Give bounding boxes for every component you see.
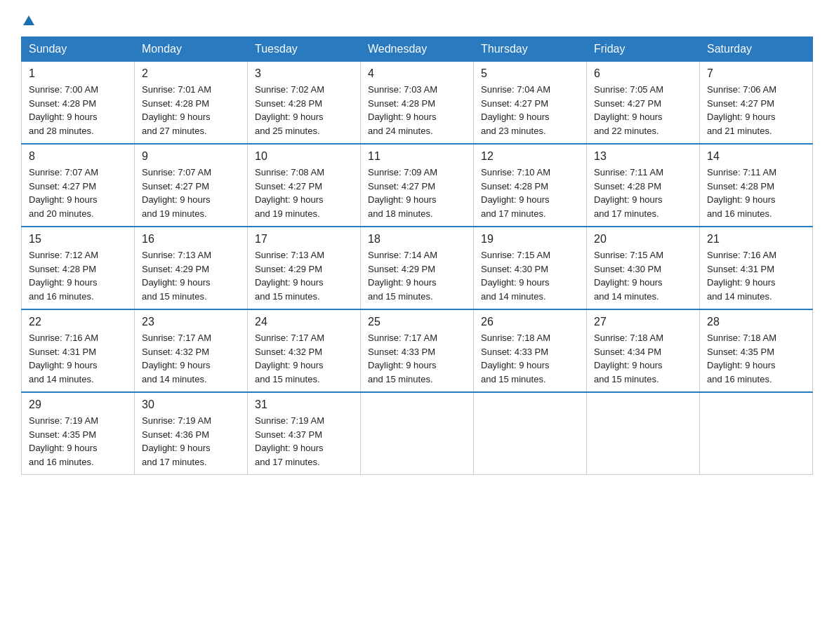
calendar-day-cell: 4Sunrise: 7:03 AMSunset: 4:28 PMDaylight… xyxy=(361,62,474,145)
day-info: Sunrise: 7:06 AMSunset: 4:27 PMDaylight:… xyxy=(707,83,805,137)
day-info: Sunrise: 7:02 AMSunset: 4:28 PMDaylight:… xyxy=(255,83,353,137)
weekday-header: Monday xyxy=(135,37,248,62)
weekday-header: Saturday xyxy=(700,37,813,62)
calendar-day-cell: 28Sunrise: 7:18 AMSunset: 4:35 PMDayligh… xyxy=(700,309,813,392)
calendar-day-cell xyxy=(474,392,587,475)
day-number: 29 xyxy=(29,398,127,411)
day-number: 10 xyxy=(255,150,353,163)
day-number: 20 xyxy=(594,233,692,246)
day-number: 14 xyxy=(707,150,805,163)
calendar-day-cell: 6Sunrise: 7:05 AMSunset: 4:27 PMDaylight… xyxy=(587,62,700,145)
svg-marker-0 xyxy=(23,15,34,25)
day-info: Sunrise: 7:16 AMSunset: 4:31 PMDaylight:… xyxy=(29,331,127,386)
calendar-table: SundayMondayTuesdayWednesdayThursdayFrid… xyxy=(21,36,813,475)
day-info: Sunrise: 7:17 AMSunset: 4:33 PMDaylight:… xyxy=(368,331,466,386)
weekday-header: Friday xyxy=(587,37,700,62)
day-number: 13 xyxy=(594,150,692,163)
day-number: 25 xyxy=(368,316,466,328)
day-info: Sunrise: 7:15 AMSunset: 4:30 PMDaylight:… xyxy=(481,248,579,303)
day-number: 7 xyxy=(707,67,805,80)
calendar-day-cell: 15Sunrise: 7:12 AMSunset: 4:28 PMDayligh… xyxy=(22,227,135,309)
day-number: 6 xyxy=(594,67,692,80)
day-info: Sunrise: 7:07 AMSunset: 4:27 PMDaylight:… xyxy=(29,166,127,220)
logo xyxy=(21,14,35,29)
calendar-day-cell: 2Sunrise: 7:01 AMSunset: 4:28 PMDaylight… xyxy=(135,62,248,145)
calendar-day-cell: 12Sunrise: 7:10 AMSunset: 4:28 PMDayligh… xyxy=(474,144,587,227)
day-number: 4 xyxy=(368,67,466,80)
calendar-day-cell: 3Sunrise: 7:02 AMSunset: 4:28 PMDaylight… xyxy=(248,62,361,145)
calendar-day-cell: 14Sunrise: 7:11 AMSunset: 4:28 PMDayligh… xyxy=(700,144,813,227)
day-number: 12 xyxy=(481,150,579,163)
day-info: Sunrise: 7:05 AMSunset: 4:27 PMDaylight:… xyxy=(594,83,692,137)
calendar-week-row: 1Sunrise: 7:00 AMSunset: 4:28 PMDaylight… xyxy=(22,62,813,145)
day-number: 24 xyxy=(255,316,353,328)
calendar-week-row: 22Sunrise: 7:16 AMSunset: 4:31 PMDayligh… xyxy=(22,309,813,392)
calendar-day-cell: 22Sunrise: 7:16 AMSunset: 4:31 PMDayligh… xyxy=(22,309,135,392)
day-number: 2 xyxy=(142,67,240,80)
calendar-day-cell xyxy=(700,392,813,475)
day-info: Sunrise: 7:07 AMSunset: 4:27 PMDaylight:… xyxy=(142,166,240,220)
calendar-day-cell: 13Sunrise: 7:11 AMSunset: 4:28 PMDayligh… xyxy=(587,144,700,227)
weekday-header: Sunday xyxy=(22,37,135,62)
day-number: 9 xyxy=(142,150,240,163)
day-info: Sunrise: 7:00 AMSunset: 4:28 PMDaylight:… xyxy=(29,83,127,137)
day-number: 8 xyxy=(29,150,127,163)
day-number: 31 xyxy=(255,398,353,411)
calendar-week-row: 8Sunrise: 7:07 AMSunset: 4:27 PMDaylight… xyxy=(22,144,813,227)
calendar-week-row: 29Sunrise: 7:19 AMSunset: 4:35 PMDayligh… xyxy=(22,392,813,475)
day-info: Sunrise: 7:19 AMSunset: 4:35 PMDaylight:… xyxy=(29,414,127,469)
day-info: Sunrise: 7:01 AMSunset: 4:28 PMDaylight:… xyxy=(142,83,240,137)
day-info: Sunrise: 7:19 AMSunset: 4:37 PMDaylight:… xyxy=(255,414,353,469)
calendar-day-cell: 19Sunrise: 7:15 AMSunset: 4:30 PMDayligh… xyxy=(474,227,587,309)
calendar-header-row: SundayMondayTuesdayWednesdayThursdayFrid… xyxy=(22,37,813,62)
weekday-header: Thursday xyxy=(474,37,587,62)
day-info: Sunrise: 7:18 AMSunset: 4:35 PMDaylight:… xyxy=(707,331,805,386)
day-info: Sunrise: 7:17 AMSunset: 4:32 PMDaylight:… xyxy=(142,331,240,386)
day-info: Sunrise: 7:12 AMSunset: 4:28 PMDaylight:… xyxy=(29,248,127,303)
day-number: 17 xyxy=(255,233,353,246)
day-number: 18 xyxy=(368,233,466,246)
day-number: 3 xyxy=(255,67,353,80)
weekday-header: Tuesday xyxy=(248,37,361,62)
day-number: 22 xyxy=(29,316,127,328)
calendar-day-cell: 8Sunrise: 7:07 AMSunset: 4:27 PMDaylight… xyxy=(22,144,135,227)
calendar-day-cell: 11Sunrise: 7:09 AMSunset: 4:27 PMDayligh… xyxy=(361,144,474,227)
calendar-day-cell: 31Sunrise: 7:19 AMSunset: 4:37 PMDayligh… xyxy=(248,392,361,475)
calendar-day-cell: 18Sunrise: 7:14 AMSunset: 4:29 PMDayligh… xyxy=(361,227,474,309)
day-info: Sunrise: 7:09 AMSunset: 4:27 PMDaylight:… xyxy=(368,166,466,220)
day-info: Sunrise: 7:16 AMSunset: 4:31 PMDaylight:… xyxy=(707,248,805,303)
calendar-day-cell: 7Sunrise: 7:06 AMSunset: 4:27 PMDaylight… xyxy=(700,62,813,145)
day-info: Sunrise: 7:14 AMSunset: 4:29 PMDaylight:… xyxy=(368,248,466,303)
calendar-day-cell: 29Sunrise: 7:19 AMSunset: 4:35 PMDayligh… xyxy=(22,392,135,475)
calendar-day-cell: 24Sunrise: 7:17 AMSunset: 4:32 PMDayligh… xyxy=(248,309,361,392)
calendar-day-cell: 1Sunrise: 7:00 AMSunset: 4:28 PMDaylight… xyxy=(22,62,135,145)
day-number: 19 xyxy=(481,233,579,246)
day-info: Sunrise: 7:10 AMSunset: 4:28 PMDaylight:… xyxy=(481,166,579,220)
day-number: 11 xyxy=(368,150,466,163)
day-info: Sunrise: 7:08 AMSunset: 4:27 PMDaylight:… xyxy=(255,166,353,220)
day-info: Sunrise: 7:17 AMSunset: 4:32 PMDaylight:… xyxy=(255,331,353,386)
day-info: Sunrise: 7:18 AMSunset: 4:33 PMDaylight:… xyxy=(481,331,579,386)
calendar-day-cell xyxy=(587,392,700,475)
calendar-day-cell: 21Sunrise: 7:16 AMSunset: 4:31 PMDayligh… xyxy=(700,227,813,309)
day-info: Sunrise: 7:04 AMSunset: 4:27 PMDaylight:… xyxy=(481,83,579,137)
page-header xyxy=(21,14,813,29)
calendar-day-cell: 27Sunrise: 7:18 AMSunset: 4:34 PMDayligh… xyxy=(587,309,700,392)
day-number: 1 xyxy=(29,67,127,80)
day-info: Sunrise: 7:11 AMSunset: 4:28 PMDaylight:… xyxy=(594,166,692,220)
logo-triangle-icon xyxy=(22,14,35,27)
day-number: 23 xyxy=(142,316,240,328)
day-number: 30 xyxy=(142,398,240,411)
calendar-day-cell: 26Sunrise: 7:18 AMSunset: 4:33 PMDayligh… xyxy=(474,309,587,392)
day-info: Sunrise: 7:11 AMSunset: 4:28 PMDaylight:… xyxy=(707,166,805,220)
day-number: 21 xyxy=(707,233,805,246)
calendar-day-cell: 5Sunrise: 7:04 AMSunset: 4:27 PMDaylight… xyxy=(474,62,587,145)
day-info: Sunrise: 7:13 AMSunset: 4:29 PMDaylight:… xyxy=(142,248,240,303)
day-number: 15 xyxy=(29,233,127,246)
day-number: 28 xyxy=(707,316,805,328)
calendar-day-cell xyxy=(361,392,474,475)
day-number: 5 xyxy=(481,67,579,80)
day-number: 16 xyxy=(142,233,240,246)
day-number: 27 xyxy=(594,316,692,328)
weekday-header: Wednesday xyxy=(361,37,474,62)
